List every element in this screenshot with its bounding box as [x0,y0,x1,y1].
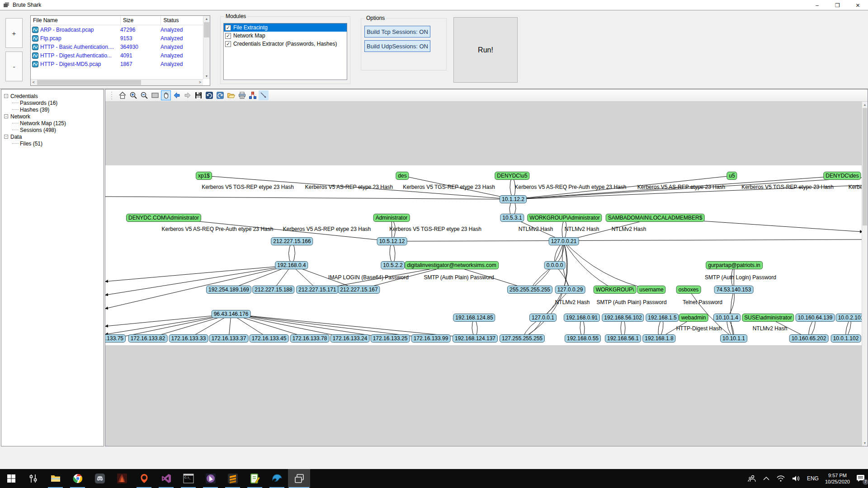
hand-pan-icon[interactable] [161,90,171,100]
ip-node[interactable]: 192.168.1.8 [642,334,675,343]
taskbar-wireshark-icon[interactable] [266,469,288,488]
taskbar-notepad-plus-plus-icon[interactable] [244,469,266,488]
open-folder-icon[interactable] [226,90,236,100]
ip-node[interactable]: 192.168.1.5 [646,314,679,322]
rect-zoom-icon[interactable] [150,90,160,100]
credential-node[interactable]: DENYDC.COM\Administrator [126,214,201,222]
ip-node[interactable]: 10.10.1.4 [713,314,741,322]
credential-node[interactable]: osboxes [676,286,701,294]
ip-node[interactable]: 192.168.0.4 [275,261,308,269]
language-indicator[interactable]: ENG [807,475,819,482]
ip-node[interactable]: 10.5.12.12 [377,237,407,245]
credential-node[interactable]: SUSE\administrator [742,314,794,322]
collapse-icon[interactable]: - [4,94,8,98]
notifications-icon[interactable]: 7 [856,474,866,483]
file-list-header[interactable]: File Name Size Status [31,16,203,25]
column-file-name[interactable]: File Name [31,16,121,25]
credential-node[interactable]: WORKGROUP\Administrator [527,214,602,222]
collapse-icon[interactable]: - [4,135,8,139]
collapse-icon[interactable]: - [4,114,8,118]
volume-icon[interactable] [792,475,801,482]
zoom-in-icon[interactable] [128,90,138,100]
run-button[interactable]: Run! [453,17,518,83]
ip-node[interactable]: 192.168.124.137 [453,334,498,343]
ip-node[interactable]: 192.168.124.85 [453,314,495,322]
ip-node[interactable]: 127.0.0.1 [529,314,557,322]
scroll-down-icon[interactable]: ▼ [203,75,210,78]
build-tcp-sessions-button[interactable]: Build Tcp Sessions: ON [364,26,430,38]
ip-node[interactable]: 192.168.56.1 [605,334,641,343]
ip-node[interactable]: 10.10.1.1 [720,334,747,343]
scroll-right-icon[interactable]: > [197,80,203,84]
scroll-thumb[interactable] [37,80,141,85]
checkbox-checked-icon[interactable]: ✓ [225,25,231,31]
wifi-icon[interactable] [776,475,785,482]
scroll-thumb[interactable] [863,108,867,225]
credential-node[interactable]: SAMBADOMAIN\LOCALADMEMBER$ [606,214,705,222]
module-item[interactable]: ✓Credentials Extractor (Passwords, Hashe… [224,40,347,48]
ip-node[interactable]: 10.160.65.202 [789,334,829,343]
ip-node[interactable]: 192.254.189.169 [206,286,251,294]
credential-node[interactable]: digitalinvestigator@networksims.com [405,261,499,269]
back-arrow-icon[interactable] [172,90,182,100]
ip-node[interactable]: 212.227.15.166 [271,237,313,245]
taskbar-origin-icon[interactable] [133,469,155,488]
tree-item-network-map-125[interactable]: Network Map (125) [1,120,104,127]
ip-node[interactable]: 192.168.0.55 [565,334,601,343]
tree-item-network[interactable]: -Network [1,113,104,120]
ip-node[interactable]: 127.0.0.29 [555,286,585,294]
tree-item-sessions-498[interactable]: Sessions (498) [1,127,104,133]
tree-item-hashes-39[interactable]: Hashes (39) [1,106,104,113]
taskbar-discord-icon[interactable] [89,469,111,488]
scroll-up-icon[interactable]: ▲ [203,16,210,20]
add-file-button[interactable]: + [5,18,23,48]
ip-node[interactable]: 10.0.2.101 [836,314,862,322]
line-tool-icon[interactable] [259,90,269,100]
graph-canvas[interactable]: Kerberos V5 TGS-REP etype 23 HashKerbero… [105,102,862,446]
close-button[interactable]: ✕ [848,0,868,10]
ip-node[interactable]: 172.16.133.24 [330,334,370,343]
credential-node[interactable]: webadmin [679,314,708,322]
ip-node[interactable]: 172.16.133.82 [128,334,168,343]
file-row[interactable]: HTTP - Digest-MD5.pcap1867Analyzed [31,60,203,68]
taskbar-lapce-icon[interactable] [199,469,222,488]
scroll-up-icon[interactable]: ▲ [862,102,868,106]
graph-vertical-scrollbar[interactable]: ▲ ▼ [862,102,868,446]
ip-node[interactable]: 255.255.255.255 [507,286,552,294]
tree-item-passwords-16[interactable]: Passwords (16) [1,99,104,106]
file-row[interactable]: ARP - Broadcast.pcap47296Analyzed [31,25,203,34]
ip-node[interactable]: 10.1.12.2 [500,195,527,203]
scroll-thumb[interactable] [204,22,209,38]
remove-file-button[interactable]: - [5,52,23,81]
ip-node[interactable]: 10.5.2.2 [381,261,405,269]
taskbar-brute-shark-window-icon[interactable] [288,469,310,488]
taskbar-terminal-icon[interactable]: C:\_ [177,469,199,488]
credential-node[interactable]: gurpartap@patriots.in [706,261,763,269]
credential-node[interactable]: DENYDC\des [823,172,861,180]
restore-button[interactable]: ❐ [827,0,848,10]
zoom-out-icon[interactable] [139,90,149,100]
taskbar-game-icon[interactable] [111,469,133,488]
file-row[interactable]: HTTP - Digest Authenticatio...4091Analyz… [31,51,203,60]
credential-node[interactable]: xp1$ [196,172,212,180]
ip-node[interactable]: 172.16.133.99 [411,334,451,343]
chevron-up-icon[interactable] [763,476,770,481]
build-udp-sessions-button[interactable]: Build UdpSessions: ON [364,40,430,52]
ip-node[interactable]: 10.5.3.1 [500,214,524,222]
tree-item-data[interactable]: -Data [1,133,104,140]
taskbar-chrome-icon[interactable] [66,469,89,488]
ip-node[interactable]: 10.0.1.102 [831,334,861,343]
print-icon[interactable] [237,90,247,100]
scroll-left-icon[interactable]: < [31,80,37,84]
credential-node[interactable]: username [637,286,665,294]
ip-node[interactable]: 212.227.15.167 [338,286,380,294]
undo-icon[interactable] [204,90,214,100]
ip-node[interactable]: 172.16.133.33 [169,334,208,343]
clock[interactable]: 9:57 PM 10/25/2020 [825,472,850,485]
credential-node[interactable]: DENYDC\u5 [495,172,529,180]
taskbar-start-icon[interactable] [0,469,22,488]
checkbox-checked-icon[interactable]: ✓ [225,41,231,47]
ip-node[interactable]: 0.0.0.0 [544,261,566,269]
checkbox-checked-icon[interactable]: ✓ [225,33,231,39]
file-list-horizontal-scrollbar[interactable]: < > [31,79,203,85]
